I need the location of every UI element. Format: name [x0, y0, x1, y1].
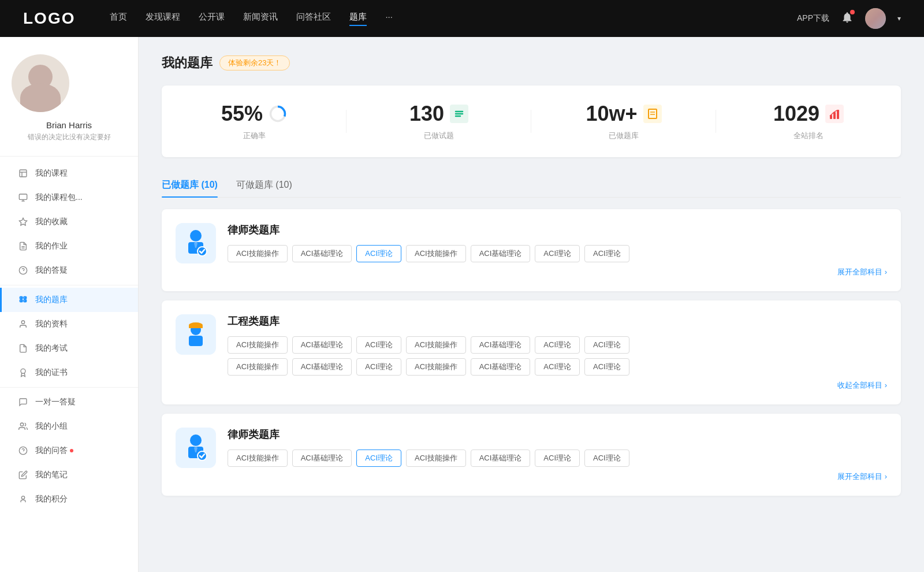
sidebar-profile: Brian Harris 错误的决定比没有决定要好 [0, 54, 138, 157]
logo[interactable]: LOGO [23, 9, 75, 28]
user-dropdown-arrow[interactable]: ▾ [897, 14, 901, 23]
nav-news[interactable]: 新闻资讯 [243, 12, 278, 26]
svg-point-41 [190, 434, 202, 446]
tag-2-5[interactable]: ACI基础理论 [471, 336, 531, 354]
tag-3-1[interactable]: ACI技能操作 [228, 450, 288, 467]
sidebar: Brian Harris 错误的决定比没有决定要好 我的课程 我的课程包... [0, 37, 139, 572]
sidebar-item-qbank[interactable]: 我的题库 [0, 288, 138, 312]
sidebar-item-tutor[interactable]: 一对一答疑 [0, 390, 138, 414]
tag-2-3[interactable]: ACI理论 [356, 336, 401, 354]
tag-1-7[interactable]: ACI理论 [584, 245, 629, 262]
tag-2-13[interactable]: ACI理论 [535, 358, 580, 376]
tag-1-4[interactable]: ACI技能操作 [406, 245, 466, 262]
expand-link-1[interactable]: 展开全部科目 › [228, 267, 887, 277]
tag-3-7[interactable]: ACI理论 [584, 450, 629, 467]
tag-3-5[interactable]: ACI基础理论 [471, 450, 531, 467]
sidebar-item-question[interactable]: 我的问答 [0, 439, 138, 463]
qbank-header-3: 律师类题库 ACI技能操作 ACI基础理论 ACI理论 ACI技能操作 ACI基… [176, 428, 887, 482]
nav-more[interactable]: ··· [385, 12, 393, 26]
svg-point-12 [21, 369, 25, 373]
star-icon [18, 217, 28, 227]
svg-point-16 [21, 496, 24, 499]
sidebar-item-package[interactable]: 我的课程包... [0, 185, 138, 210]
stat-accuracy-value: 55% [221, 102, 263, 126]
trial-badge: 体验剩余23天！ [219, 55, 290, 70]
tag-2-2[interactable]: ACI基础理论 [292, 336, 352, 354]
sidebar-label-question: 我的问答 [35, 445, 68, 456]
app-download-link[interactable]: APP下载 [797, 13, 829, 24]
tag-2-14[interactable]: ACI理论 [584, 358, 629, 376]
svg-rect-30 [833, 112, 836, 119]
sidebar-item-favorites[interactable]: 我的收藏 [0, 210, 138, 234]
profile-icon [18, 319, 28, 329]
engineer-icon-wrap [176, 314, 216, 355]
tag-2-10[interactable]: ACI理论 [356, 358, 401, 376]
tag-1-5[interactable]: ACI基础理论 [471, 245, 531, 262]
tab-todo[interactable]: 可做题库 (10) [236, 173, 292, 197]
donut-chart-icon [269, 105, 287, 123]
tag-3-6[interactable]: ACI理论 [535, 450, 580, 467]
nav-home[interactable]: 首页 [110, 12, 127, 26]
points-icon [18, 494, 28, 504]
tabs: 已做题库 (10) 可做题库 (10) [162, 173, 901, 198]
nav-discover[interactable]: 发现课程 [146, 12, 180, 26]
page-header: 我的题库 体验剩余23天！ [162, 54, 901, 72]
collapse-link-2[interactable]: 收起全部科目 › [228, 380, 887, 391]
lawyer-icon-2 [182, 433, 209, 463]
sidebar-item-points[interactable]: 我的积分 [0, 487, 138, 511]
tag-3-4[interactable]: ACI技能操作 [406, 450, 466, 467]
tag-2-8[interactable]: ACI技能操作 [228, 358, 288, 376]
stat-qbank-top: 10w+ [531, 102, 716, 126]
tag-2-7[interactable]: ACI理论 [584, 336, 629, 354]
stat-rank-value: 1029 [773, 102, 819, 126]
navbar: LOGO 首页 发现课程 公开课 新闻资讯 问答社区 题库 ··· APP下载 … [0, 0, 924, 37]
tag-1-6[interactable]: ACI理论 [535, 245, 580, 262]
notes-icon [18, 470, 28, 480]
tag-2-1[interactable]: ACI技能操作 [228, 336, 288, 354]
tag-2-4[interactable]: ACI技能操作 [406, 336, 466, 354]
sidebar-item-notes[interactable]: 我的笔记 [0, 463, 138, 487]
nav-qa[interactable]: 问答社区 [296, 12, 331, 26]
nav-qbank[interactable]: 题库 [349, 12, 367, 26]
lawyer-icon [182, 228, 209, 258]
tab-done[interactable]: 已做题库 (10) [162, 173, 218, 197]
sidebar-item-exam[interactable]: 我的考试 [0, 336, 138, 361]
package-icon [18, 192, 28, 203]
qbank-section-lawyer-2: 律师类题库 ACI技能操作 ACI基础理论 ACI理论 ACI技能操作 ACI基… [162, 414, 901, 496]
sidebar-item-myqa[interactable]: 我的答疑 [0, 258, 138, 283]
tag-2-6[interactable]: ACI理论 [535, 336, 580, 354]
stat-qbank-value: 10w+ [586, 102, 637, 126]
sidebar-item-course[interactable]: 我的课程 [0, 161, 138, 185]
svg-rect-31 [837, 110, 839, 119]
sidebar-label-notes: 我的笔记 [35, 470, 68, 480]
qbank-content-2: 工程类题库 ACI技能操作 ACI基础理论 ACI理论 ACI技能操作 ACI基… [228, 314, 887, 391]
qbank-content-1: 律师类题库 ACI技能操作 ACI基础理论 ACI理论 ACI技能操作 ACI基… [228, 223, 887, 277]
stat-done-value: 130 [409, 102, 444, 126]
tags-row-3: ACI技能操作 ACI基础理论 ACI理论 ACI技能操作 ACI基础理论 AC… [228, 450, 887, 467]
expand-link-3[interactable]: 展开全部科目 › [228, 471, 887, 482]
nav-opencourse[interactable]: 公开课 [199, 12, 225, 26]
tag-1-3[interactable]: ACI理论 [356, 245, 401, 262]
sidebar-label-qbank: 我的题库 [35, 295, 68, 305]
tag-2-9[interactable]: ACI基础理论 [292, 358, 352, 376]
tag-3-2[interactable]: ACI基础理论 [292, 450, 352, 467]
sidebar-item-cert[interactable]: 我的证书 [0, 361, 138, 385]
tag-2-11[interactable]: ACI技能操作 [406, 358, 466, 376]
myqa-icon [18, 265, 28, 276]
sidebar-item-homework[interactable]: 我的作业 [0, 234, 138, 258]
stat-rank-top: 1029 [716, 102, 901, 126]
qbank-title-1: 律师类题库 [228, 223, 887, 237]
sidebar-item-profile[interactable]: 我的资料 [0, 312, 138, 336]
sidebar-label-cert: 我的证书 [35, 367, 68, 378]
tag-2-12[interactable]: ACI基础理论 [471, 358, 531, 376]
tag-3-3[interactable]: ACI理论 [356, 450, 401, 467]
tag-1-1[interactable]: ACI技能操作 [228, 245, 288, 262]
sidebar-item-group[interactable]: 我的小组 [0, 414, 138, 439]
tag-1-2[interactable]: ACI基础理论 [292, 245, 352, 262]
notification-bell[interactable] [841, 11, 854, 26]
avatar[interactable] [865, 8, 886, 29]
tags-row-1: ACI技能操作 ACI基础理论 ACI理论 ACI技能操作 ACI基础理论 AC… [228, 245, 887, 262]
stat-done-label: 已做试题 [346, 131, 531, 141]
lawyer-icon-wrap-2 [176, 428, 216, 468]
sidebar-divider-2 [0, 387, 138, 388]
